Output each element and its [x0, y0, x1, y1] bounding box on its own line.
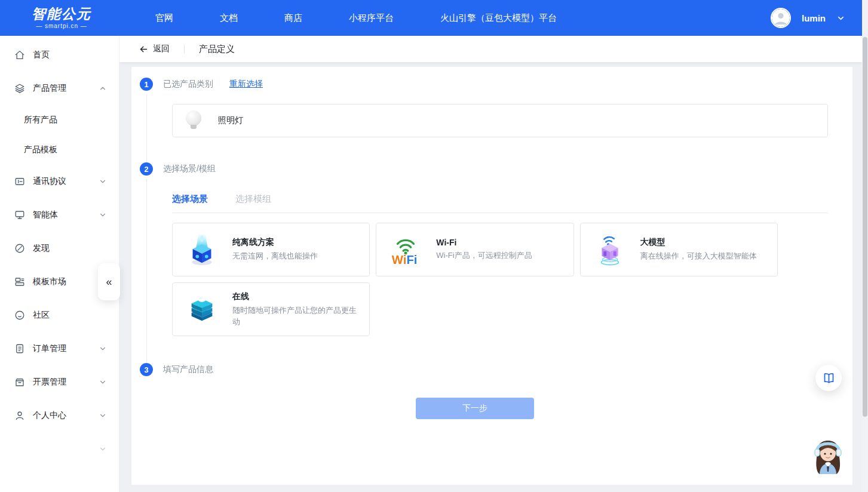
step-1-label: 已选产品类别: [163, 79, 213, 90]
svg-text:WiFi: WiFi: [392, 253, 418, 266]
tab-select-scene[interactable]: 选择场景: [172, 193, 208, 205]
user-menu[interactable]: lumin: [771, 8, 845, 28]
step-2-label: 选择场景/模组: [163, 164, 216, 174]
sidebar-item-home[interactable]: 首页: [0, 38, 119, 72]
logo[interactable]: 智能公元 — smartpi.cn —: [25, 7, 98, 29]
product-definition-panel: 1 已选产品类别 重新选择 照明灯 2 选择场景/模组: [131, 67, 852, 485]
monitor-icon: [14, 210, 25, 220]
scene-module-tabs: 选择场景 选择模组: [172, 193, 828, 213]
layers-icon: [14, 83, 25, 94]
customer-service-assistant-avatar[interactable]: [809, 437, 847, 476]
sidebar-item-invoice-management[interactable]: 开票管理: [0, 365, 119, 399]
step-3-number-badge: 3: [140, 363, 153, 376]
sidebar-item-label: 模板市场: [33, 276, 66, 287]
scene-card-title: Wi-Fi: [436, 238, 532, 247]
back-label: 返回: [153, 44, 170, 54]
sidebar-item-personal-center[interactable]: 个人中心: [0, 399, 119, 432]
scene-card-online[interactable]: 在线 随时随地可操作产品让您的产品更生动: [172, 282, 370, 336]
offline-cube-icon: [183, 231, 220, 268]
chevron-down-icon: [99, 345, 107, 353]
invoice-box-icon: [14, 377, 25, 388]
protocol-icon: [14, 176, 25, 187]
step-2: 2 选择场景/模组 选择场景 选择模组: [140, 162, 852, 363]
wifi-text-part2: Fi: [407, 253, 418, 266]
scene-card-title: 大模型: [640, 237, 757, 248]
nav-item-miniprogram[interactable]: 小程序平台: [349, 13, 394, 24]
nav-item-volcengine[interactable]: 火山引擎（豆包大模型）平台: [440, 13, 557, 24]
chevron-down-icon: [99, 211, 107, 219]
sidebar-item-order-management[interactable]: 订单管理: [0, 332, 119, 365]
user-avatar-icon: [772, 9, 790, 27]
step-connector-line: [146, 179, 147, 363]
sidebar-item-label: 通讯协议: [33, 176, 66, 187]
sidebar-collapse-button[interactable]: «: [98, 263, 120, 300]
wifi-text-part1: Wi: [392, 253, 407, 266]
tab-select-module[interactable]: 选择模组: [235, 193, 271, 205]
page-title: 产品定义: [199, 44, 235, 55]
documentation-fab-button[interactable]: [815, 365, 842, 391]
step-2-rail: 2: [140, 162, 153, 363]
sidebar-item-label: 产品管理: [33, 83, 66, 94]
logo-title: 智能公元: [25, 7, 98, 21]
vertical-scrollbar: [862, 0, 868, 492]
reselect-link[interactable]: 重新选择: [229, 79, 263, 90]
sidebar-item-product-management[interactable]: 产品管理: [0, 72, 119, 105]
arrow-left-icon: [139, 44, 149, 54]
person-icon: [14, 410, 25, 421]
sidebar-item-product-templates[interactable]: 产品模板: [0, 135, 119, 165]
scene-card-desc: 无需连网，离线也能操作: [232, 251, 318, 262]
scrollbar-thumb[interactable]: [863, 37, 867, 417]
collapse-double-chevron-icon: «: [106, 276, 112, 288]
scene-card-offline[interactable]: 纯离线方案 无需连网，离线也能操作: [172, 223, 370, 276]
sidebar-item-extra[interactable]: [0, 432, 119, 466]
online-stack-icon: [183, 291, 220, 328]
scene-card-wifi[interactable]: WiFi Wi-Fi Wi-Fi产品，可远程控制产品: [376, 223, 573, 276]
scene-card-desc: 随时随地可操作产品让您的产品更生动: [232, 305, 362, 328]
top-nav: 官网 文档 商店 小程序平台 火山引擎（豆包大模型）平台: [155, 13, 557, 24]
step-connector-line: [146, 94, 147, 162]
wifi-logo-icon: WiFi: [387, 231, 424, 268]
scene-cards-grid: 纯离线方案 无需连网，离线也能操作: [172, 223, 778, 336]
nav-item-store[interactable]: 商店: [284, 13, 302, 24]
smiley-icon: [14, 310, 25, 321]
sidebar-item-all-products[interactable]: 所有产品: [0, 105, 119, 135]
scene-card-desc: 离在线操作，可接入大模型智能体: [640, 251, 757, 262]
home-icon: [14, 50, 25, 60]
selected-product-card[interactable]: 照明灯: [172, 104, 828, 137]
sidebar-item-label: 首页: [33, 50, 50, 60]
sidebar-item-label: 个人中心: [33, 410, 66, 421]
breadcrumb: 返回 产品定义: [119, 36, 862, 62]
chevron-up-icon: [99, 84, 107, 93]
sidebar-item-discover[interactable]: 发现: [0, 232, 119, 265]
selected-product-name: 照明灯: [218, 115, 243, 126]
step-3-rail: 3: [140, 363, 153, 467]
step-1-number-badge: 1: [140, 78, 153, 91]
sidebar-subitem-label: 所有产品: [24, 115, 57, 125]
username: lumin: [802, 13, 826, 23]
sidebar-item-community[interactable]: 社区: [0, 299, 119, 332]
sidebar-item-label: 社区: [33, 310, 50, 321]
empty-icon: [14, 444, 25, 454]
chevron-down-icon: [99, 177, 107, 186]
sidebar-item-label: 开票管理: [33, 377, 66, 388]
sidebar-item-label: 发现: [33, 243, 50, 254]
scene-card-desc: Wi-Fi产品，可远程控制产品: [436, 250, 532, 262]
sidebar-item-communication-protocol[interactable]: 通讯协议: [0, 165, 119, 198]
sidebar-item-label: 智能体: [33, 210, 58, 220]
sidebar-item-agent[interactable]: 智能体: [0, 198, 119, 232]
step-1-rail: 1: [140, 78, 153, 162]
template-market-icon: [14, 276, 25, 287]
divider: [184, 45, 185, 54]
nav-item-official-site[interactable]: 官网: [155, 13, 173, 24]
ai-cube-icon: [591, 231, 628, 268]
scene-card-large-model[interactable]: 大模型 离在线操作，可接入大模型智能体: [580, 223, 778, 276]
next-step-button[interactable]: 下一步: [416, 398, 534, 419]
logo-subtitle: — smartpi.cn —: [25, 23, 98, 29]
nav-item-docs[interactable]: 文档: [220, 13, 238, 24]
sidebar-item-label: 订单管理: [33, 343, 66, 354]
back-button[interactable]: 返回: [139, 44, 170, 54]
step-3: 3 填写产品信息 下一步: [140, 363, 852, 467]
step-2-number-badge: 2: [140, 162, 153, 176]
avatar: [771, 8, 791, 28]
scene-card-title: 在线: [232, 291, 362, 302]
